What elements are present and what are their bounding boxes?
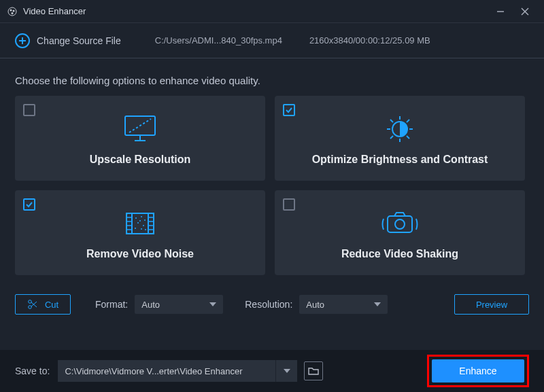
svg-line-10 [129, 119, 151, 132]
svg-point-39 [145, 229, 146, 230]
svg-point-35 [144, 219, 146, 221]
cut-label: Cut [45, 300, 58, 310]
svg-point-43 [395, 219, 405, 229]
svg-point-2 [13, 10, 15, 12]
save-path-field[interactable]: C:\Vidmore\Vidmore V...erter\Video Enhan… [58, 360, 275, 382]
card-brightness-contrast[interactable]: Optimize Brightness and Contrast [275, 96, 525, 181]
card-upscale-resolution[interactable]: Upscale Resolution [15, 96, 265, 181]
checkbox-shaking[interactable] [283, 198, 295, 211]
source-file-spec: 2160x3840/00:00:12/25.09 MB [309, 35, 430, 46]
svg-point-40 [139, 220, 141, 221]
svg-point-45 [29, 300, 32, 304]
svg-line-20 [390, 136, 393, 139]
svg-point-3 [12, 12, 14, 14]
resolution-value: Auto [306, 300, 324, 310]
format-label: Format: [95, 299, 128, 310]
cut-button[interactable]: Cut [15, 294, 71, 315]
checkbox-noise[interactable] [23, 198, 35, 211]
camera-shake-icon [379, 206, 420, 241]
svg-line-18 [390, 120, 393, 122]
titlebar: Video Enhancer [0, 0, 544, 23]
footer: Save to: C:\Vidmore\Vidmore V...erter\Vi… [0, 350, 544, 392]
brightness-icon [381, 111, 419, 147]
svg-line-46 [31, 302, 37, 307]
svg-point-0 [8, 7, 16, 16]
instruction-text: Choose the following options to enhance … [0, 58, 544, 96]
save-path-value: C:\Vidmore\Vidmore V...erter\Video Enhan… [65, 366, 242, 376]
app-title: Video Enhancer [23, 6, 86, 16]
card-remove-noise[interactable]: Remove Video Noise [15, 190, 265, 275]
card-label: Optimize Brightness and Contrast [312, 154, 488, 166]
svg-rect-42 [388, 216, 412, 232]
svg-rect-23 [126, 213, 132, 234]
source-bar: Change Source File C:/Users/ADMI...840_3… [0, 23, 544, 58]
film-noise-icon [121, 206, 159, 241]
svg-line-47 [31, 302, 37, 306]
svg-point-36 [137, 222, 139, 224]
save-path-dropdown[interactable] [275, 360, 297, 382]
app-icon [7, 6, 18, 17]
card-reduce-shaking[interactable]: Reduce Video Shaking [275, 190, 525, 275]
format-dropdown[interactable]: Auto [135, 295, 223, 314]
svg-point-34 [141, 216, 142, 217]
source-file-path: C:/Users/ADMI...840_30fps.mp4 [155, 35, 282, 46]
chevron-down-icon [374, 302, 381, 306]
chevron-down-icon [284, 369, 290, 373]
card-label: Reduce Video Shaking [341, 248, 458, 260]
enhance-button[interactable]: Enhance [432, 359, 524, 382]
save-to-label: Save to: [15, 366, 50, 376]
close-button[interactable] [513, 2, 537, 21]
card-label: Remove Video Noise [86, 248, 194, 260]
change-source-label: Change Source File [37, 35, 121, 46]
svg-rect-24 [148, 213, 154, 234]
enhance-label: Enhance [459, 366, 496, 376]
preview-button[interactable]: Preview [454, 294, 529, 315]
svg-point-44 [29, 306, 32, 309]
card-label: Upscale Resolution [90, 154, 190, 166]
format-value: Auto [141, 300, 160, 310]
svg-rect-22 [126, 213, 154, 234]
option-cards: Upscale Resolution Optimize Brightness a… [0, 96, 544, 275]
svg-point-1 [10, 9, 12, 11]
monitor-icon [121, 111, 159, 147]
resolution-dropdown[interactable]: Auto [299, 295, 388, 314]
svg-point-37 [143, 225, 144, 226]
plus-circle-icon [15, 33, 30, 48]
resolution-label: Resolution: [245, 299, 292, 310]
checkbox-upscale[interactable] [23, 104, 35, 116]
svg-point-33 [135, 217, 137, 219]
preview-label: Preview [476, 300, 507, 310]
svg-line-19 [407, 136, 409, 139]
svg-point-41 [141, 228, 142, 230]
enhance-highlight: Enhance [427, 355, 529, 387]
checkbox-brightness[interactable] [283, 104, 295, 116]
controls-row: Cut Format: Auto Resolution: Auto Previe… [0, 275, 544, 327]
svg-line-21 [407, 120, 409, 122]
minimize-button[interactable] [488, 2, 513, 21]
folder-icon [308, 366, 319, 376]
open-folder-button[interactable] [304, 361, 323, 380]
change-source-button[interactable]: Change Source File [15, 33, 121, 48]
chevron-down-icon [209, 302, 216, 306]
svg-point-38 [135, 228, 136, 229]
